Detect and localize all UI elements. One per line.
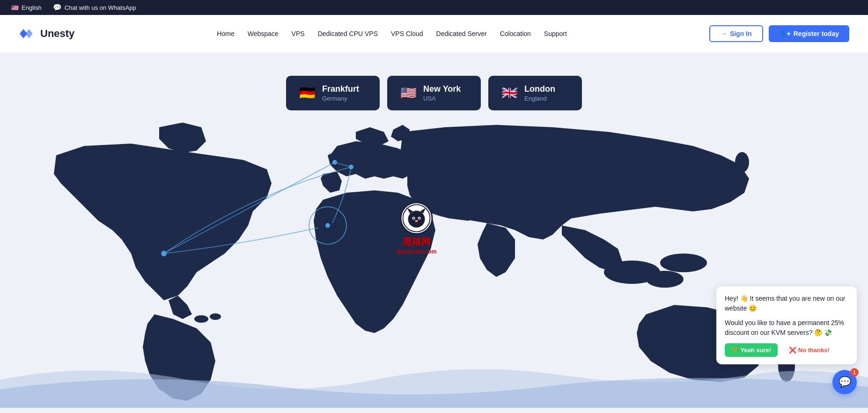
register-button[interactable]: 👤+ Register today (769, 25, 849, 42)
country-england: England (524, 95, 555, 102)
country-usa: USA (423, 95, 461, 102)
flag-uk: 🇬🇧 (501, 87, 518, 100)
chat-icon: 💬 (839, 376, 851, 388)
city-frankfurt: Frankfurt (322, 84, 359, 94)
svg-point-11 (332, 160, 337, 165)
topbar: 🇺🇸 English 💬 Chat with us on WhatsApp (0, 0, 868, 15)
location-frankfurt[interactable]: 🇩🇪 Frankfurt Germany (286, 76, 380, 110)
chat-badge: 1 (850, 368, 859, 377)
city-london: London (524, 84, 555, 94)
whatsapp-link[interactable]: 💬 Chat with us on WhatsApp (53, 3, 136, 12)
signin-button[interactable]: → Sign In (709, 25, 763, 42)
logo-text: Unesty (40, 28, 74, 40)
navbar: Unesty Home Webspace VPS Dedicated CPU V… (0, 15, 868, 52)
flag-usa: 🇺🇸 (400, 87, 417, 100)
nav-vps[interactable]: VPS (292, 30, 305, 37)
nav-webspace[interactable]: Webspace (248, 30, 279, 37)
nav-links: Home Webspace VPS Dedicated CPU VPS VPS … (217, 30, 567, 37)
language-label: English (22, 4, 42, 11)
location-new-york[interactable]: 🇺🇸 New York USA (387, 76, 481, 110)
us-flag-icon: 🇺🇸 (11, 4, 19, 11)
chat-yes-button[interactable]: 💚 Yeah sure! (725, 343, 778, 357)
chat-bubble: Hey! 👋 It seems that you are new on our … (716, 286, 857, 364)
chat-fab-button[interactable]: 💬 1 (832, 370, 857, 394)
nav-actions: → Sign In 👤+ Register today (709, 25, 849, 42)
nav-home[interactable]: Home (217, 30, 234, 37)
whatsapp-label: Chat with us on WhatsApp (65, 4, 136, 11)
svg-point-2 (210, 313, 221, 320)
nav-dedicated-cpu-vps[interactable]: Dedicated CPU VPS (318, 30, 378, 37)
nav-support[interactable]: Support (544, 30, 567, 37)
chat-line1: Hey! 👋 It seems that you are new on our … (725, 294, 848, 313)
flag-germany: 🇩🇪 (299, 87, 316, 100)
svg-point-5 (646, 271, 684, 288)
svg-point-13 (325, 223, 330, 228)
nav-dedicated-server[interactable]: Dedicated Server (436, 30, 487, 37)
register-icon: 👤+ (779, 30, 791, 37)
location-cards: 🇩🇪 Frankfurt Germany 🇺🇸 New York USA 🇬🇧 … (0, 52, 868, 110)
svg-point-6 (735, 152, 749, 173)
city-new-york: New York (423, 84, 461, 94)
whatsapp-icon: 💬 (53, 3, 62, 12)
nav-vps-cloud[interactable]: VPS Cloud (391, 30, 423, 37)
logo-icon (19, 27, 36, 40)
chat-actions: 💚 Yeah sure! ❌ No thanks! (725, 343, 848, 357)
country-germany: Germany (322, 95, 359, 102)
language-selector[interactable]: 🇺🇸 English (11, 4, 42, 11)
nav-colocation[interactable]: Colocation (500, 30, 531, 37)
chat-widget: Hey! 👋 It seems that you are new on our … (716, 286, 857, 394)
chat-line2: Would you like to have a permanent 25% d… (725, 318, 848, 338)
logo[interactable]: Unesty (19, 27, 74, 40)
location-london[interactable]: 🇬🇧 London England (488, 76, 582, 110)
signin-icon: → (721, 30, 727, 37)
svg-point-1 (194, 315, 208, 323)
chat-no-button[interactable]: ❌ No thanks! (782, 343, 836, 357)
svg-point-4 (660, 254, 707, 272)
